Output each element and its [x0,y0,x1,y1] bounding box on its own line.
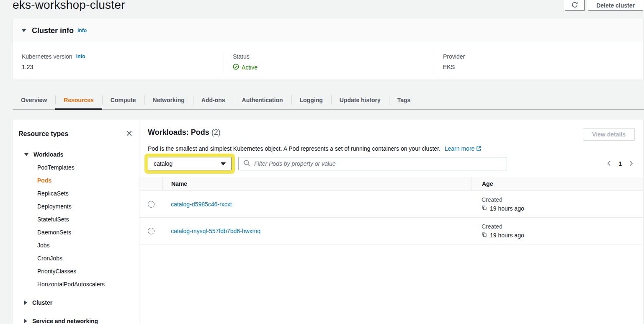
pagination: 1 [607,160,635,168]
namespace-dropdown-value: catalog [154,160,173,167]
row-radio-button[interactable] [148,228,155,234]
sidebar-item-podtemplates[interactable]: PodTemplates [18,161,133,174]
annotation-highlight: catalog [144,154,235,174]
pod-name-link[interactable]: catalog-d5985c46-rxcxt [171,201,232,208]
sidebar-item-horizontalpodautoscalers[interactable]: HorizontalPodAutoscalers [18,278,133,291]
provider-label: Provider [443,53,643,60]
delete-cluster-button[interactable]: Delete cluster [588,0,643,11]
resource-tree: Workloads PodTemplates Pods ReplicaSets … [18,148,133,324]
sidebar-item-deployments[interactable]: Deployments [18,200,133,213]
sidebar-item-statefulsets[interactable]: StatefulSets [18,213,133,226]
pods-filter-field[interactable] [238,157,507,170]
status-field: Status Active [224,53,434,71]
cluster-info-header[interactable]: Cluster info Info [13,19,643,42]
caret-right-icon [24,301,27,305]
check-circle-icon [233,64,239,71]
copy-icon[interactable] [482,205,487,212]
namespace-dropdown[interactable]: catalog [148,157,232,170]
close-icon [126,130,132,138]
chevron-left-icon [607,160,611,168]
age-created-label: Created [482,223,524,230]
search-icon [243,159,250,168]
pagination-current-page[interactable]: 1 [618,160,622,167]
refresh-icon [571,1,578,10]
age-value: 19 hours ago [490,232,524,239]
caret-down-icon [221,162,226,165]
kubernetes-version-label: Kubernetes version [22,53,72,60]
tree-group-cluster[interactable]: Cluster [18,296,133,309]
row-radio-button[interactable] [148,201,155,208]
refresh-button[interactable] [565,0,585,11]
pods-heading: Workloads: Pods(2) [148,128,221,137]
view-details-button[interactable]: View details [583,128,635,141]
cluster-info-info-link[interactable]: Info [77,28,87,33]
cluster-info-title: Cluster info [32,26,74,35]
pagination-prev-button[interactable] [607,160,611,168]
table-row: catalog-d5985c46-rxcxt Created 19 hours … [139,191,643,218]
tree-group-workloads[interactable]: Workloads [18,148,133,161]
pods-count: (2) [211,128,221,136]
sidebar-close-button[interactable] [125,129,133,139]
caret-down-icon [24,153,28,156]
tab-authentication[interactable]: Authentication [234,90,291,109]
copy-icon[interactable] [482,232,487,239]
resource-types-sidebar: Resource types Workloads PodTemplates Po… [13,120,139,324]
kubernetes-version-value: 1.23 [22,64,224,70]
sidebar-item-replicasets[interactable]: ReplicaSets [18,187,133,200]
pods-description: Pod is the smallest and simplest Kuberne… [148,145,635,152]
column-header-age[interactable]: Age [471,177,643,190]
tab-tags[interactable]: Tags [389,90,419,109]
age-created-label: Created [482,196,524,203]
sidebar-item-cronjobs[interactable]: CronJobs [18,252,133,265]
kubernetes-version-field: Kubernetes version Info 1.23 [13,53,224,71]
page-title: eks-workshop-cluster [13,0,125,12]
status-label: Status [233,53,434,60]
header-actions: Delete cluster [565,0,643,11]
sidebar-title: Resource types [18,130,68,138]
filter-row: catalog 1 [148,154,635,174]
tab-add-ons[interactable]: Add-ons [193,90,234,109]
status-badge: Active [242,64,258,71]
provider-field: Provider EKS [434,53,643,71]
tab-logging[interactable]: Logging [291,90,331,109]
pagination-next-button[interactable] [629,160,634,168]
external-link-icon [474,145,482,152]
cluster-tabs: Overview Resources Compute Networking Ad… [13,90,644,110]
caret-down-icon [22,29,26,32]
tab-resources[interactable]: Resources [55,90,102,109]
sidebar-item-pods[interactable]: Pods [18,174,133,187]
kubernetes-version-info-link[interactable]: Info [76,54,85,59]
pod-name-link[interactable]: catalog-mysql-557fdb7bd6-hwxmq [171,228,260,234]
tree-group-service-and-networking[interactable]: Service and networking [18,314,133,324]
cluster-info-body: Kubernetes version Info 1.23 Status Acti… [13,42,643,80]
search-input[interactable] [254,160,502,167]
tab-overview[interactable]: Overview [13,90,55,109]
sidebar-item-jobs[interactable]: Jobs [18,239,133,252]
tab-compute[interactable]: Compute [102,90,144,109]
tab-networking[interactable]: Networking [144,90,193,109]
cluster-info-card: Cluster info Info Kubernetes version Inf… [13,19,644,80]
column-header-name[interactable]: Name [162,177,471,190]
caret-right-icon [24,319,27,323]
page-header: eks-workshop-cluster Delete cluster [0,0,644,19]
table-row: catalog-mysql-557fdb7bd6-hwxmq Created 1… [139,218,643,244]
pods-table: Name Age catalog-d5985c46-rxcxt Created … [139,177,643,244]
tab-update-history[interactable]: Update history [331,90,389,109]
sidebar-item-priorityclasses[interactable]: PriorityClasses [18,265,133,278]
pods-main-panel: Workloads: Pods(2) View details Pod is t… [139,120,643,324]
table-header-row: Name Age [139,177,643,191]
provider-value: EKS [443,64,643,70]
sidebar-item-daemonsets[interactable]: DaemonSets [18,226,133,239]
age-value: 19 hours ago [490,205,524,212]
chevron-right-icon [629,160,634,168]
resources-panel: Resource types Workloads PodTemplates Po… [13,120,644,324]
learn-more-link[interactable]: Learn more [445,145,482,152]
